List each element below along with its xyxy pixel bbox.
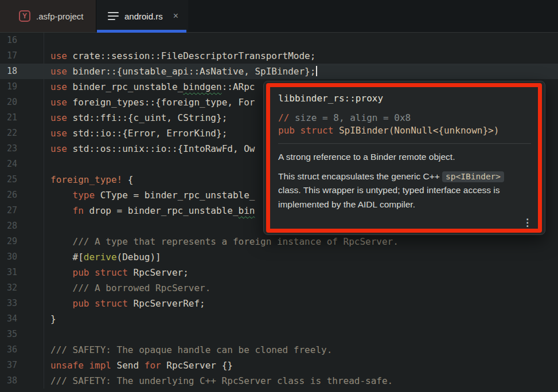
code-text: /// A borrowed RpcServer.	[44, 280, 210, 296]
line-number: 21	[0, 110, 44, 126]
code-token: use	[50, 50, 67, 61]
code-token: RpcServer {}	[161, 360, 233, 371]
tab-bar: Y .asfp-project android.rs ×	[0, 0, 558, 33]
code-line[interactable]: 30 #[derive(Debug)]	[0, 249, 558, 265]
code-token: use	[50, 66, 67, 77]
code-token: std::os::unix::io::{IntoRawFd, Ow	[67, 143, 255, 154]
code-token: {	[122, 174, 133, 185]
code-line[interactable]: 34}	[0, 311, 558, 327]
code-text: /// SAFETY: The underlying C++ RpcServer…	[44, 373, 393, 389]
size-align-text: size = 8, align = 0x8	[295, 112, 411, 123]
line-number: 36	[0, 342, 44, 358]
line-number: 30	[0, 249, 44, 265]
line-number: 31	[0, 265, 44, 280]
line-number: 25	[0, 172, 44, 187]
code-token: ::ARpc	[222, 81, 255, 92]
code-token: bin	[239, 205, 255, 216]
code-text: use binder_rpc_unstable_bindgen::ARpc	[44, 79, 255, 95]
code-text: type CType = binder_rpc_unstable_	[44, 187, 255, 203]
close-tab-icon[interactable]: ×	[173, 11, 178, 21]
code-token: use	[50, 81, 67, 92]
code-line[interactable]: 17use crate::session::FileDescriptorTran…	[0, 48, 558, 64]
line-number: 29	[0, 234, 44, 249]
code-token: use	[50, 143, 67, 154]
code-token: binder_rpc_unstable_	[67, 81, 183, 92]
code-text: use crate::session::FileDescriptorTransp…	[44, 48, 315, 64]
line-number: 34	[0, 311, 44, 327]
code-text	[44, 327, 50, 342]
code-line[interactable]: 29 /// A type that represents a foreign …	[0, 234, 558, 249]
code-token: pub struct	[73, 298, 128, 309]
signature-keyword: pub struct	[278, 125, 333, 136]
code-text: /// SAFETY: The opaque handle can be clo…	[44, 342, 332, 358]
line-number: 24	[0, 156, 44, 172]
code-token: crate::session::FileDescriptorTransportM…	[67, 50, 315, 61]
code-token: use	[50, 112, 67, 123]
code-token: (Debug)]	[117, 252, 161, 262]
code-token: /// SAFETY: The opaque handle can be clo…	[50, 344, 332, 355]
code-token: pub struct	[73, 267, 128, 278]
popup-divider	[278, 143, 531, 144]
popup-module-path: libbinder_rs::proxy	[278, 92, 531, 104]
code-token: std::io::{Error, ErrorKind};	[67, 128, 227, 139]
code-text: }	[44, 311, 56, 327]
code-text: use std::ffi::{c_uint, CString};	[44, 110, 227, 126]
tab-android-rs[interactable]: android.rs ×	[96, 0, 188, 32]
code-token: fn	[73, 205, 84, 216]
code-token: /// A type that represents a foreign ins…	[50, 236, 399, 247]
file-type-icon: Y	[19, 10, 30, 22]
code-token: CType = binder_rpc_unstable_	[95, 190, 255, 201]
code-token: drop = binder_rpc_unstable_	[84, 205, 239, 216]
code-text: use std::io::{Error, ErrorKind};	[44, 126, 227, 141]
project-tab[interactable]: Y .asfp-project	[0, 0, 96, 32]
code-token: bindgen	[183, 81, 221, 92]
line-number: 16	[0, 33, 44, 48]
popup-description-1: A strong reference to a Binder remote ob…	[278, 150, 528, 164]
line-number: 28	[0, 218, 44, 234]
more-actions-icon[interactable]: ⋮	[522, 218, 532, 228]
code-text: use foreign_types::{foreign_type, For	[44, 95, 255, 110]
line-number: 17	[0, 48, 44, 64]
code-text: fn drop = binder_rpc_unstable_bin	[44, 203, 255, 218]
line-number: 38	[0, 373, 44, 389]
code-line[interactable]: 37unsafe impl Send for RpcServer {}	[0, 358, 558, 373]
code-text: /// A type that represents a foreign ins…	[44, 234, 399, 249]
code-token: #[	[50, 252, 84, 262]
line-number: 20	[0, 95, 44, 110]
line-number: 18	[0, 64, 44, 79]
code-token: RpcServer;	[128, 267, 189, 278]
code-text	[44, 218, 50, 234]
code-token: unsafe impl	[50, 360, 111, 371]
code-text	[44, 33, 50, 48]
code-line[interactable]: 38/// SAFETY: The underlying C++ RpcServ…	[0, 373, 558, 389]
code-line[interactable]: 36/// SAFETY: The opaque handle can be c…	[0, 342, 558, 358]
doc-hover-popup: libbinder_rs::proxy // size = 8, align =…	[263, 81, 545, 235]
signature-type: SpIBinder(NonNull<{unknown}>)	[333, 125, 499, 136]
code-token: binder::{unstable_api::AsNative, SpIBind…	[67, 66, 315, 77]
code-text: use binder::{unstable_api::AsNative, SpI…	[44, 64, 317, 79]
code-token: use	[50, 97, 67, 108]
line-number: 19	[0, 79, 44, 95]
comment-slashes: //	[278, 112, 295, 123]
inline-code-chip: sp<IBinder>	[442, 171, 504, 182]
line-number: 22	[0, 126, 44, 141]
code-line[interactable]: 33 pub struct RpcServerRef;	[0, 296, 558, 311]
code-line[interactable]: 18use binder::{unstable_api::AsNative, S…	[0, 64, 558, 79]
code-token: /// SAFETY: The underlying C++ RpcServer…	[50, 375, 393, 386]
desc-text: This struct encapsulates the generic C++	[278, 171, 442, 181]
code-line[interactable]: 31 pub struct RpcServer;	[0, 265, 558, 280]
line-number: 35	[0, 327, 44, 342]
tab-label: android.rs	[124, 11, 163, 21]
code-text: #[derive(Debug)]	[44, 249, 161, 265]
code-line[interactable]: 32 /// A borrowed RpcServer.	[0, 280, 558, 296]
desc-text: class. This wrapper is untyped; typed in…	[278, 185, 500, 209]
code-line[interactable]: 16	[0, 33, 558, 48]
code-text: foreign_type! {	[44, 172, 134, 187]
code-line[interactable]: 35	[0, 327, 558, 342]
code-token: derive	[84, 252, 117, 262]
code-token: RpcServerRef;	[128, 298, 205, 309]
code-text: use std::os::unix::io::{IntoRawFd, Ow	[44, 141, 255, 156]
line-number: 23	[0, 141, 44, 156]
line-number: 32	[0, 280, 44, 296]
editor-window: Y .asfp-project android.rs × 1617use cra…	[0, 0, 558, 392]
